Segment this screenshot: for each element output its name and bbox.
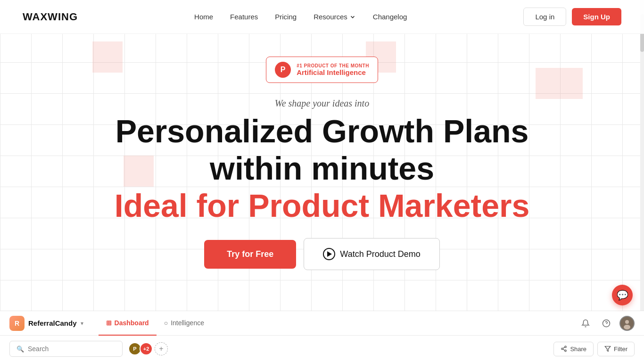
badge-label: #1 PRODUCT OF THE MONTH: [297, 63, 369, 68]
signup-button[interactable]: Sign Up: [572, 8, 621, 25]
avatar-stack: P +2 +: [128, 342, 168, 355]
filter-button[interactable]: Filter: [597, 342, 635, 356]
app-header: R ReferralCandy ▾ ⊞ Dashboard ○ Intellig…: [0, 311, 644, 336]
watch-demo-button[interactable]: Watch Product Demo: [304, 238, 439, 270]
help-icon[interactable]: [599, 316, 614, 331]
search-icon: 🔍: [17, 346, 24, 353]
search-box[interactable]: 🔍: [9, 341, 123, 357]
app-bar: R ReferralCandy ▾ ⊞ Dashboard ○ Intellig…: [0, 311, 644, 362]
user-avatar[interactable]: [619, 316, 635, 331]
app-logo-icon: R: [9, 316, 25, 331]
hero-headline-line1: Personalized Growth Plans: [116, 114, 529, 149]
cta-row: Try for Free Watch Product Demo: [204, 238, 439, 270]
nav-item-home[interactable]: Home: [194, 13, 213, 21]
login-button[interactable]: Log in: [523, 8, 566, 26]
svg-point-3: [625, 320, 629, 324]
app-logo-area[interactable]: R ReferralCandy ▾: [9, 316, 83, 331]
tab-intelligence[interactable]: ○ Intelligence: [157, 311, 212, 336]
chevron-down-icon: [349, 14, 356, 20]
play-triangle: [327, 251, 332, 257]
search-input[interactable]: [28, 345, 116, 353]
notification-icon[interactable]: [578, 316, 593, 331]
hero-section: P #1 PRODUCT OF THE MONTH Artificial Int…: [0, 34, 644, 270]
nav-links: Home Features Pricing Resources Changelo…: [194, 13, 407, 21]
chat-button[interactable]: 💬: [612, 285, 633, 305]
navbar: WAXWING Home Features Pricing Resources …: [0, 0, 644, 34]
avatar-count-badge: +2: [140, 342, 153, 355]
hero-headline-line2: within minutes: [210, 151, 434, 186]
logo[interactable]: WAXWING: [23, 11, 78, 23]
badge-title: Artificial Intelligence: [297, 68, 369, 76]
app-toolbar: 🔍 P +2 + Share Filter: [0, 336, 644, 362]
badge-text: #1 PRODUCT OF THE MONTH Artificial Intel…: [297, 63, 369, 76]
dashboard-icon: ⊞: [106, 319, 112, 327]
add-member-button[interactable]: +: [155, 342, 168, 355]
filter-icon: [604, 346, 611, 352]
app-name: ReferralCandy: [28, 319, 77, 327]
svg-point-7: [565, 350, 567, 352]
nav-item-changelog[interactable]: Changelog: [373, 13, 407, 21]
product-badge: P #1 PRODUCT OF THE MONTH Artificial Int…: [266, 57, 378, 83]
nav-item-pricing[interactable]: Pricing: [275, 13, 297, 21]
svg-point-5: [565, 346, 567, 348]
nav-item-features[interactable]: Features: [230, 13, 258, 21]
badge-icon: P: [275, 62, 291, 78]
app-tabs: ⊞ Dashboard ○ Intelligence: [99, 311, 212, 336]
hero-subtitle: We shape your ideas into: [275, 98, 369, 109]
avatar-image: [620, 317, 634, 330]
nav-item-resources[interactable]: Resources: [314, 13, 356, 21]
svg-point-6: [561, 348, 563, 350]
toolbar-actions: Share Filter: [553, 342, 635, 356]
svg-line-9: [563, 347, 565, 348]
svg-line-8: [563, 349, 565, 350]
play-icon: [323, 248, 335, 260]
hero-headline-red: Ideal for Product Marketers: [115, 188, 529, 223]
chat-icon: 💬: [617, 289, 628, 301]
tab-dashboard[interactable]: ⊞ Dashboard: [99, 311, 157, 336]
app-actions: [578, 316, 635, 331]
nav-actions: Log in Sign Up: [523, 8, 621, 26]
share-button[interactable]: Share: [553, 342, 594, 356]
svg-marker-10: [605, 346, 611, 352]
share-icon: [561, 346, 567, 352]
app-chevron-icon: ▾: [81, 320, 83, 327]
svg-point-4: [624, 325, 630, 329]
intelligence-icon: ○: [164, 319, 168, 327]
try-for-free-button[interactable]: Try for Free: [204, 240, 296, 269]
